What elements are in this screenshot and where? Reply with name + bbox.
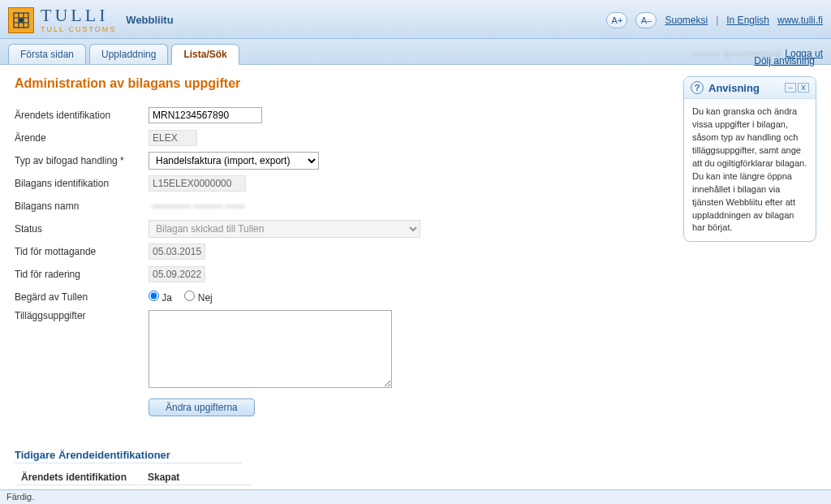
- label-arende: Ärende: [15, 132, 149, 144]
- col-arende-id: Ärendets identifikation: [16, 470, 141, 485]
- label-bilaga-id: Bilagans identifikation: [15, 178, 149, 189]
- help-close-icon[interactable]: X: [798, 83, 809, 93]
- font-decrease-button[interactable]: A–: [635, 12, 657, 28]
- textarea-tillaggs[interactable]: [149, 310, 392, 388]
- tulli-logo-icon: [8, 7, 34, 33]
- label-tillaggs: Tilläggsuppgifter: [15, 310, 149, 321]
- previous-ids-title: Tidigare Ärendeidentifikationer: [15, 449, 242, 463]
- app-name: Webbliitu: [126, 14, 173, 26]
- logo: TULLI TULL·CUSTOMS: [8, 6, 116, 33]
- help-icon: ?: [691, 81, 704, 94]
- lang-english-link[interactable]: In English: [726, 15, 769, 26]
- user-name-masked: ———: [691, 48, 720, 59]
- value-bilaga-namn: ———— ——— ——: [149, 199, 248, 213]
- select-typ[interactable]: Handelsfaktura (import, export): [149, 152, 319, 170]
- value-radering: 05.09.2022: [149, 266, 205, 282]
- radio-begard-nej-label[interactable]: Nej: [184, 292, 212, 304]
- label-begard: Begärd av Tullen: [15, 291, 149, 303]
- help-panel: ? Anvisning – X Du kan granska och ändra…: [683, 76, 816, 242]
- input-arende-id[interactable]: [149, 107, 262, 123]
- attachment-form: Ärendets identifikation Ärende ELEX Typ …: [15, 106, 674, 416]
- label-status: Status: [15, 223, 149, 235]
- svg-point-1: [19, 18, 23, 21]
- lang-finnish-link[interactable]: Suomeksi: [665, 15, 708, 26]
- label-typ: Typ av bifogad handling *: [15, 155, 149, 166]
- help-body: Du kan granska och ändra vissa uppgifter…: [684, 99, 816, 241]
- save-button[interactable]: Ändra upgifterna: [149, 398, 255, 416]
- label-mottagande: Tid för mottagande: [15, 246, 149, 257]
- logo-text-sub: TULL·CUSTOMS: [41, 26, 116, 33]
- logo-text-main: TULLI: [41, 6, 116, 24]
- help-title: Anvisning: [708, 82, 760, 94]
- col-skapat: Skapat: [143, 470, 252, 485]
- sidebar: ? Anvisning – X Du kan granska och ändra…: [683, 76, 816, 503]
- tab-upload[interactable]: Uppladdning: [89, 44, 168, 64]
- separator: |: [716, 15, 718, 26]
- label-arende-id: Ärendets identifikation: [15, 110, 149, 121]
- hide-instructions-link[interactable]: Dölj anvisning: [754, 55, 815, 67]
- content: Administration av bilagans uppgifter Äre…: [15, 76, 674, 503]
- tab-first-page[interactable]: Första sidan: [8, 44, 86, 64]
- page-title: Administration av bilagans uppgifter: [15, 76, 674, 91]
- value-mottagande: 05.03.2015: [149, 243, 205, 260]
- header-right: A+ A– Suomeksi | In English www.tulli.fi: [606, 12, 823, 28]
- radio-begard-ja-label[interactable]: Ja: [149, 292, 172, 304]
- site-link[interactable]: www.tulli.fi: [777, 15, 823, 26]
- help-minimize-icon[interactable]: –: [785, 83, 796, 93]
- tab-list-search[interactable]: Lista/Sök: [171, 44, 239, 65]
- status-bar: Färdig.: [0, 489, 831, 504]
- app-header: TULLI TULL·CUSTOMS Webbliitu A+ A– Suome…: [0, 0, 831, 39]
- tab-bar: Första sidan Uppladdning Lista/Sök ——— (…: [0, 39, 831, 65]
- select-status: Bilagan skickad till Tullen: [149, 220, 420, 238]
- label-bilaga-namn: Bilagans namn: [15, 200, 149, 212]
- value-bilaga-id: L15ELEX0000000: [149, 175, 246, 192]
- font-increase-button[interactable]: A+: [606, 12, 627, 28]
- radio-begard-ja[interactable]: [149, 291, 159, 301]
- radio-begard-nej[interactable]: [184, 291, 195, 301]
- main-area: Administration av bilagans uppgifter Äre…: [0, 65, 831, 504]
- value-arende: ELEX: [149, 130, 197, 146]
- help-header: ? Anvisning – X: [684, 77, 816, 99]
- label-radering: Tid för radering: [15, 269, 149, 280]
